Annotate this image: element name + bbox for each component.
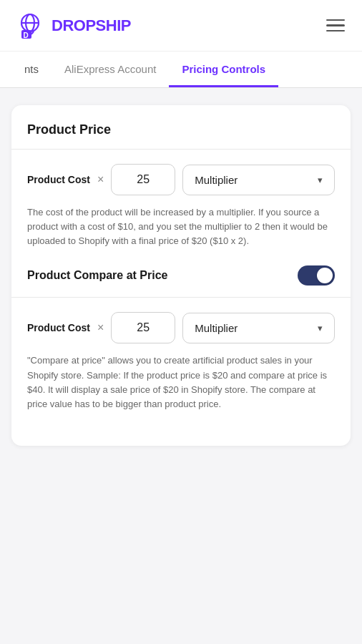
multiply-sign-1: × [97, 173, 104, 186]
chevron-down-icon-2: ▾ [318, 323, 323, 333]
svg-text:D: D [24, 31, 29, 39]
menu-button[interactable] [323, 16, 348, 35]
compare-price-description: "Compare at price" allows you to create … [27, 353, 335, 411]
multiply-sign-2: × [97, 321, 104, 334]
product-price-row: Product Cost × Multiplier ▾ [27, 164, 335, 195]
pricing-card: Product Price Product Cost × Multiplier … [11, 105, 351, 446]
product-price-description: The cost of the product will be increase… [27, 205, 335, 248]
logo: D DROPSHIP [14, 10, 131, 42]
compare-header: Product Compare at Price [27, 265, 335, 286]
main-content: Product Price Product Cost × Multiplier … [0, 88, 362, 463]
tab-pricing-controls[interactable]: Pricing Controls [169, 52, 278, 87]
compare-price-row: Product Cost × Multiplier ▾ [27, 312, 335, 343]
product-price-title: Product Price [27, 122, 335, 137]
compare-price-toggle[interactable] [298, 265, 335, 286]
divider-2 [11, 297, 351, 298]
logo-icon: D [14, 10, 46, 42]
chevron-down-icon-1: ▾ [318, 175, 323, 185]
logo-text: DROPSHIP [52, 16, 131, 35]
divider-1 [11, 149, 351, 150]
product-cost-label-1: Product Cost [27, 173, 90, 186]
multiplier-label-1: Multiplier [195, 174, 238, 186]
multiplier-dropdown-2[interactable]: Multiplier ▾ [182, 313, 335, 343]
multiplier-label-2: Multiplier [195, 322, 238, 334]
product-cost-input-2[interactable] [111, 312, 175, 343]
header: D DROPSHIP [0, 0, 362, 52]
product-cost-label-2: Product Cost [27, 321, 90, 334]
tab-navigation: nts AliExpress Account Pricing Controls [0, 52, 362, 88]
tab-aliexpress[interactable]: AliExpress Account [52, 52, 169, 87]
tab-nts[interactable]: nts [11, 52, 52, 87]
compare-price-title: Product Compare at Price [27, 269, 168, 282]
product-cost-input-1[interactable] [111, 164, 175, 195]
multiplier-dropdown-1[interactable]: Multiplier ▾ [182, 165, 335, 195]
